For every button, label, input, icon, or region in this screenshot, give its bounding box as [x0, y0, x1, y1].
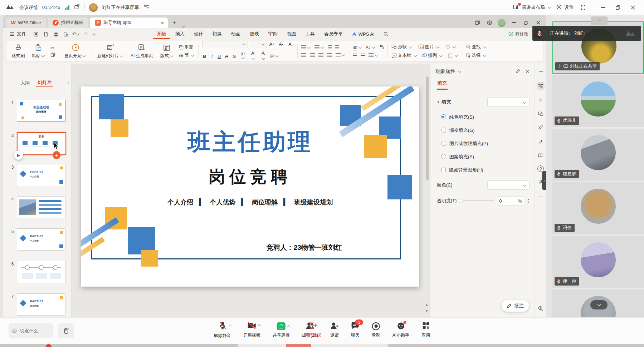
find-button[interactable]: 查找 — [466, 44, 487, 50]
pinyin-guide-button[interactable]: 拼 — [270, 54, 279, 59]
strip-effects-icon[interactable]: ☆ — [537, 96, 545, 104]
option-picture-fill[interactable]: 图片或纹理填充(P) — [441, 140, 535, 147]
zoom-fit-icon[interactable] — [537, 304, 545, 312]
file-menu[interactable]: 文件 — [8, 31, 28, 37]
participant-tile[interactable]: 师一帅 — [552, 236, 644, 288]
quickbar-more-chevron[interactable] — [93, 32, 96, 35]
wps-account-avatar[interactable] — [498, 19, 506, 27]
participant-tile[interactable]: 穆启鹏 — [552, 129, 644, 181]
scroll-up-arrow[interactable]: ▲ — [425, 303, 429, 307]
icon-library-button[interactable] — [445, 45, 456, 49]
add-slide-button[interactable]: + — [53, 151, 60, 159]
transparency-stepper[interactable]: ▲▼ — [527, 198, 530, 204]
sidebar-collapse-up-button[interactable] — [591, 16, 608, 25]
slide-7-thumbnail[interactable]: PART 03 岗位理解 — [17, 293, 65, 316]
pin-panel-icon[interactable] — [515, 69, 520, 75]
format-painter-button[interactable]: 格式刷 — [10, 43, 26, 60]
play-from-page-button[interactable]: 当页开始 — [63, 43, 88, 60]
leave-meeting-button[interactable]: 离开会议 — [0, 321, 635, 338]
menu-tab-member[interactable]: 会员专享 — [320, 29, 347, 39]
select-button[interactable]: 选择 — [466, 53, 487, 59]
print-preview-icon[interactable] — [62, 30, 70, 38]
docer-template-tab[interactable]: 找稻壳模板 — [48, 18, 89, 28]
menu-tab-insert[interactable]: 插入 — [171, 29, 189, 39]
expand-panel-handle[interactable]: › — [542, 171, 546, 190]
fullscreen-button[interactable] — [578, 2, 589, 13]
properties-title-dropdown[interactable]: 对象属性 — [435, 68, 462, 75]
para-spacing-button[interactable] — [353, 54, 357, 57]
strip-reader-icon[interactable] — [537, 152, 545, 159]
italic-button[interactable]: I — [210, 54, 214, 59]
text-direction-button[interactable]: ab — [353, 45, 362, 50]
menu-tab-transition[interactable]: 切换 — [209, 29, 226, 39]
share-view-switch-icon[interactable] — [143, 5, 149, 10]
para-spacing-2-button[interactable] — [361, 54, 365, 57]
superscript-button[interactable]: X² — [240, 52, 246, 60]
meeting-detail-link[interactable]: 会议详情 — [19, 4, 38, 11]
slide-3-thumbnail[interactable]: PART 01 个人介绍 — [17, 164, 65, 186]
slide-5-thumbnail[interactable]: PART 02 个人优势 — [17, 228, 65, 251]
document-tab[interactable]: P 班导竞聘.pptx — [90, 18, 168, 28]
menu-tab-tools[interactable]: 工具 — [302, 29, 319, 39]
align-right-button[interactable] — [318, 53, 323, 57]
wps-splitview-button[interactable] — [472, 17, 483, 28]
strip-animation-icon[interactable] — [537, 124, 545, 132]
strip-more-icon[interactable]: ⋯ — [537, 192, 545, 200]
color-dropdown[interactable] — [487, 180, 530, 190]
option-gradient-fill[interactable]: 渐变填充(G) — [441, 127, 535, 134]
share-external-icon[interactable] — [74, 4, 80, 11]
new-tab-button[interactable]: + — [169, 18, 179, 28]
sidebar-scroll-down-button[interactable] — [590, 300, 608, 309]
strip-properties-icon[interactable] — [537, 82, 545, 90]
participant-tile[interactable]: 冯佳 — [552, 182, 644, 234]
canvas-scrollbar-thumb[interactable] — [426, 76, 429, 180]
highlight-color-button[interactable]: A — [260, 50, 267, 62]
collapse-panel-button[interactable]: ‹ — [67, 80, 69, 86]
fill-preset-dropdown[interactable] — [487, 98, 530, 107]
cut-button[interactable]: ✂ — [50, 45, 55, 51]
thumb-play-button[interactable]: ▶ — [14, 150, 23, 160]
tab-list-chevron[interactable] — [182, 24, 185, 28]
undo-button[interactable]: ↶ — [72, 30, 80, 38]
close-button[interactable] — [628, 2, 638, 13]
menu-tab-slideshow[interactable]: 放映 — [246, 29, 263, 39]
menu-tab-view[interactable]: 视图 — [283, 29, 300, 39]
shape-button[interactable]: 形状 — [391, 44, 413, 50]
canvas-scrollbar[interactable]: ▲ ▼ — [426, 64, 429, 317]
strip-smart-tools-icon[interactable] — [537, 138, 545, 145]
transparency-slider[interactable] — [459, 200, 494, 201]
grow-font-button[interactable]: A+ — [269, 41, 276, 47]
numbered-list-button[interactable] — [314, 45, 324, 50]
strip-minimize-icon[interactable] — [537, 68, 545, 76]
option-solid-fill[interactable]: 纯色填充(S) — [441, 114, 535, 120]
picture-button[interactable]: 图片 — [418, 44, 440, 50]
menu-tab-animation[interactable]: 动画 — [227, 29, 244, 39]
wps-restore-button[interactable] — [521, 17, 531, 28]
option-hide-background[interactable]: 隐藏背景图形(H) — [441, 167, 535, 173]
line-spacing-button[interactable] — [336, 53, 345, 58]
save-icon[interactable] — [31, 30, 40, 38]
merge-shapes-button[interactable] — [448, 53, 458, 58]
paste-button[interactable]: 粘贴 — [30, 43, 47, 60]
slide-canvas[interactable]: 班主任助理 岗位竞聘 个人介绍 ▍ 个人优势 ▍ 岗位理解 ▍ 班级建设规划 竞… — [72, 64, 430, 317]
slide-layout-button[interactable]: 版式 — [158, 43, 175, 60]
minimize-button[interactable] — [597, 2, 608, 13]
menu-tab-review[interactable]: 审阅 — [264, 29, 282, 39]
transparency-input[interactable]: 0 % — [497, 196, 524, 205]
align-left-button[interactable] — [301, 53, 306, 57]
modified-status[interactable]: 有修改 — [508, 31, 529, 37]
slide-4-thumbnail[interactable] — [17, 196, 65, 218]
participant-tile[interactable]: 优瑾儿 — [552, 75, 644, 127]
print-icon[interactable] — [52, 30, 60, 38]
wps-minimize-button[interactable] — [508, 17, 519, 28]
underline-button[interactable]: U — [217, 54, 221, 59]
font-name-select[interactable] — [202, 41, 248, 48]
tab-outline[interactable]: 大纲 — [19, 79, 31, 87]
wps-workspace-button[interactable] — [484, 17, 495, 28]
transparency-slider-handle[interactable] — [459, 199, 463, 203]
new-slide-button[interactable]: 新建幻灯片 — [96, 43, 125, 60]
layout-switch-button[interactable]: 演讲者布局 — [513, 4, 552, 11]
maximize-button[interactable] — [613, 2, 623, 13]
option-pattern-fill[interactable]: 图案填充(A) — [441, 154, 535, 160]
textbox-button[interactable]: A 文本框 — [391, 53, 417, 59]
